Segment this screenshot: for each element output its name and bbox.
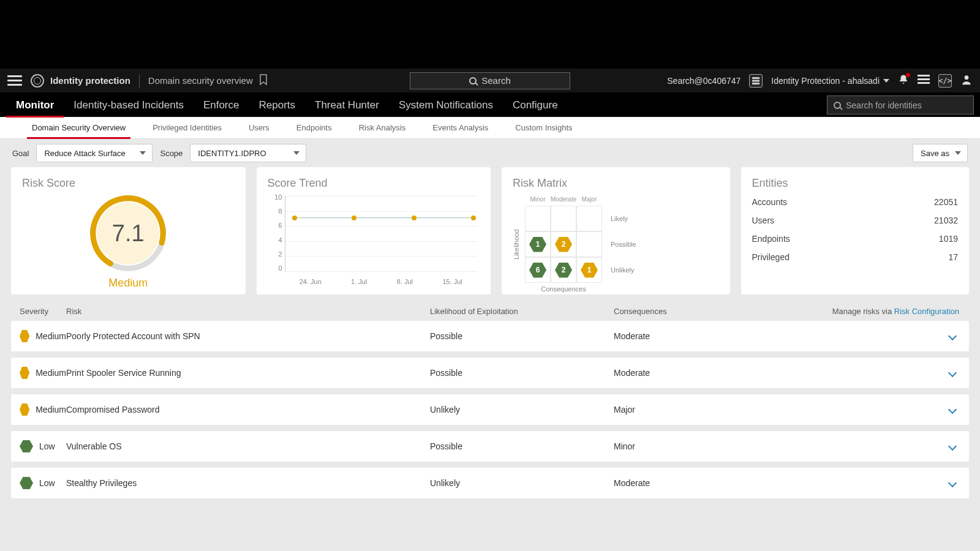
entity-value: 17 [948, 252, 958, 262]
matrix-row-label: Possible [607, 231, 636, 257]
global-search[interactable]: Search [410, 72, 570, 89]
risk-name: Compromised Password [66, 405, 430, 414]
nav-item-enforce[interactable]: Enforce [194, 93, 249, 118]
table-row[interactable]: MediumCompromised PasswordUnlikelyMajor [11, 394, 969, 425]
x-tick: 1. Jul [351, 278, 367, 285]
risk-name: Vulnerable OS [66, 441, 430, 451]
scope-select[interactable]: IDENTITY1.IDPRO [190, 144, 306, 162]
main-nav: MonitorIdentity-based IncidentsEnforceRe… [0, 92, 980, 117]
tenant-dropdown[interactable]: Identity Protection - ahalsadi [771, 76, 889, 86]
grid-icon[interactable] [749, 74, 763, 88]
table-row[interactable]: MediumPoorly Protected Account with SPNP… [11, 321, 969, 351]
matrix-col-header: Moderate [551, 193, 576, 206]
nav-item-reports[interactable]: Reports [249, 93, 305, 118]
user-icon[interactable] [960, 73, 973, 88]
identity-search-placeholder: Search for identities [846, 100, 922, 110]
save-as-button[interactable]: Save as [913, 144, 968, 162]
col-consequences: Consequences [614, 307, 797, 316]
subtab-privileged-identities[interactable]: Privileged Identities [139, 117, 235, 139]
menu-icon[interactable] [7, 73, 22, 88]
table-header: Severity Risk Likelihood of Exploitation… [11, 301, 969, 321]
entity-row: Users21032 [752, 216, 959, 225]
risk-score-card: Risk Score 7.1 Medium [11, 167, 246, 294]
nav-item-threat-hunter[interactable]: Threat Hunter [305, 93, 389, 118]
matrix-row-label: Unlikely [607, 257, 636, 283]
entity-label: Accounts [752, 197, 788, 207]
svg-rect-0 [752, 77, 760, 79]
stack-icon[interactable] [918, 75, 930, 86]
table-row[interactable]: MediumPrint Spooler Service RunningPossi… [11, 358, 969, 388]
matrix-cell[interactable]: 1 [576, 257, 602, 283]
score-trend-card: Score Trend 1086420 24. Jun1. Jul8. Jul1… [257, 167, 491, 294]
chevron-down-icon[interactable] [948, 442, 957, 451]
filter-bar: Goal Reduce Attack Surface Scope IDENTIT… [0, 139, 980, 167]
risk-score-rating: Medium [22, 277, 235, 290]
chevron-down-icon[interactable] [948, 405, 957, 414]
notifications-icon[interactable] [898, 74, 909, 87]
chart-point [471, 216, 476, 220]
svg-rect-4 [918, 78, 930, 80]
matrix-cell[interactable]: 6 [525, 257, 551, 283]
entity-row: Accounts22051 [752, 197, 959, 207]
search-icon [469, 77, 477, 84]
x-tick: 24. Jun [300, 278, 322, 285]
identity-search[interactable]: Search for identities [827, 96, 974, 114]
table-row[interactable]: LowStealthy PrivilegesUnlikelyModerate [11, 468, 969, 498]
matrix-yaxis-label: Likelihood [513, 206, 520, 283]
risk-name: Poorly Protected Account with SPN [66, 331, 430, 341]
matrix-col-header: Major [576, 193, 602, 206]
entity-label: Users [752, 216, 775, 225]
matrix-cell[interactable] [525, 206, 551, 231]
svg-rect-2 [752, 83, 760, 84]
entity-row: Privileged17 [752, 252, 959, 262]
risk-name: Print Spooler Service Running [66, 368, 430, 378]
card-title: Entities [752, 177, 959, 190]
subtab-endpoints[interactable]: Endpoints [283, 117, 345, 139]
col-risk: Risk [66, 307, 430, 316]
account-label[interactable]: Search@0c406747 [667, 76, 741, 86]
hex-badge: 1 [581, 263, 598, 278]
x-tick: 8. Jul [397, 278, 413, 285]
subtab-custom-insights[interactable]: Custom Insights [502, 117, 586, 139]
goal-select[interactable]: Reduce Attack Surface [36, 144, 153, 162]
matrix-cell[interactable] [551, 206, 576, 231]
chart-point [352, 216, 356, 220]
matrix-cell[interactable]: 1 [525, 231, 551, 257]
nav-item-identity-based-incidents[interactable]: Identity-based Incidents [64, 93, 194, 118]
likelihood-value: Possible [430, 441, 614, 451]
nav-item-monitor[interactable]: Monitor [6, 93, 64, 118]
svg-rect-1 [752, 80, 760, 81]
chart-point [292, 216, 297, 220]
chevron-down-icon[interactable] [948, 332, 957, 340]
nav-item-configure[interactable]: Configure [503, 93, 568, 118]
table-row[interactable]: LowVulnerable OSPossibleMinor [11, 431, 969, 462]
subtab-risk-analysis[interactable]: Risk Analysis [345, 117, 420, 139]
risk-table: Severity Risk Likelihood of Exploitation… [0, 294, 980, 551]
likelihood-value: Possible [430, 331, 614, 341]
matrix-cell[interactable]: 2 [551, 231, 576, 257]
chevron-down-icon[interactable] [948, 369, 957, 377]
matrix-cell[interactable]: 2 [551, 257, 576, 283]
matrix-cell[interactable] [576, 206, 602, 231]
code-icon[interactable]: </> [938, 74, 952, 88]
matrix-cell[interactable] [576, 231, 602, 257]
chevron-down-icon[interactable] [948, 479, 957, 487]
risk-configuration-link[interactable]: Risk Configuration [894, 307, 959, 316]
nav-item-system-notifications[interactable]: System Notifications [389, 93, 503, 118]
score-trend-chart: 1086420 24. Jun1. Jul8. Jul15. Jul [268, 193, 480, 285]
subtab-users[interactable]: Users [235, 117, 283, 139]
chart-point [412, 216, 417, 220]
severity-icon [20, 440, 33, 452]
subtab-events-analysis[interactable]: Events Analysis [419, 117, 502, 139]
risk-matrix-card: Risk Matrix Likelihood MinorModerateMajo… [502, 167, 730, 294]
entity-label: Privileged [752, 252, 790, 262]
entity-label: Endpoints [752, 234, 790, 244]
matrix-xaxis-label: Consequences [525, 285, 602, 293]
breadcrumb[interactable]: Domain security overview [148, 75, 253, 86]
sub-tabs: Domain Security OverviewPrivileged Ident… [0, 117, 980, 139]
severity-icon [20, 477, 33, 489]
consequence-value: Moderate [614, 331, 797, 341]
bookmark-icon[interactable] [259, 74, 268, 87]
matrix-col-header: Minor [525, 193, 551, 206]
subtab-domain-security-overview[interactable]: Domain Security Overview [18, 117, 139, 139]
